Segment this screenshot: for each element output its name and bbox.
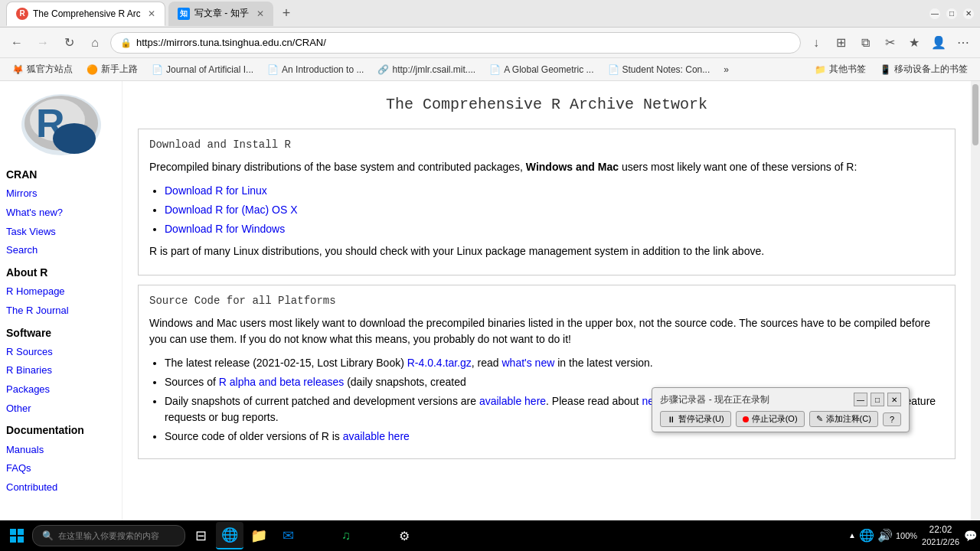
sidebar-cran-section: CRAN Mirrors What's new? Task Views Sear… <box>6 165 116 260</box>
whats-new-link[interactable]: what's new <box>501 357 554 369</box>
sidebar-task-views-link[interactable]: Task Views <box>6 223 116 242</box>
bookmark-huxin[interactable]: 🦊 狐官方站点 <box>6 61 79 77</box>
bookmark-student[interactable]: 📄 Student Notes: Con... <box>602 63 717 77</box>
new-tab-button[interactable]: + <box>276 5 297 21</box>
bookmark-xinshoushanglu[interactable]: 🟠 新手上路 <box>80 61 144 77</box>
explorer-icon: 📁 <box>250 527 267 544</box>
sidebar-other-link[interactable]: Other <box>6 399 116 419</box>
home-button[interactable]: ⌂ <box>84 32 106 54</box>
sidebar: R CRAN Mirrors What's new? Task Views Se… <box>0 81 122 528</box>
sidebar-r-sources-link[interactable]: R Sources <box>6 343 116 362</box>
taskbar-store[interactable]: 🛍 <box>303 522 331 545</box>
taskbar-explorer[interactable]: 📁 <box>245 522 273 545</box>
download-linux-link[interactable]: Download R for Linux <box>165 184 267 197</box>
mobile-bookmarks-label: 移动设备上的书签 <box>894 63 968 76</box>
section1-intro: Precompiled binary distributions of the … <box>149 159 944 175</box>
download-mac-link[interactable]: Download R for (Mac) OS X <box>165 204 298 216</box>
taskbar-spotify[interactable]: ♫ <box>332 522 360 545</box>
list-item-linux: Download R for Linux <box>165 183 944 199</box>
scrollbar-thumb[interactable] <box>972 84 978 145</box>
maximize-button[interactable]: □ <box>946 8 957 19</box>
pause-label: 暂停记录(U) <box>678 413 724 425</box>
sidebar-r-binaries-link[interactable]: R Binaries <box>6 361 116 380</box>
address-bar[interactable]: 🔒 <box>110 32 801 54</box>
download-windows-link[interactable]: Download R for Windows <box>165 223 285 235</box>
tab-zhihu[interactable]: 知 写文章 - 知乎 ✕ <box>168 2 273 26</box>
taskbar-photos[interactable]: 🖼 <box>361 522 389 545</box>
profile-button[interactable]: 👤 <box>928 32 949 54</box>
taskbar-mail[interactable]: ✉ <box>274 522 302 545</box>
reload-button[interactable]: ↻ <box>58 32 80 54</box>
network-icon[interactable]: 🌐 <box>859 528 874 543</box>
forward-button[interactable]: → <box>32 32 54 54</box>
tab1-close[interactable]: ✕ <box>148 8 155 19</box>
bookmark-journal[interactable]: 📄 Journal of Artificial I... <box>145 63 260 77</box>
dialog-pause-button[interactable]: ⏸ 暂停记录(U) <box>660 411 730 427</box>
dialog-close-button[interactable]: ✕ <box>887 393 901 406</box>
bookmark-introduction[interactable]: 📄 An Introduction to ... <box>261 63 370 77</box>
taskbar-search-box[interactable]: 🔍 在这里输入你要搜索的内容 <box>32 525 185 545</box>
dialog-minimize-button[interactable]: — <box>854 393 867 406</box>
bookmark-mobile[interactable]: 📱 移动设备上的书签 <box>874 61 974 77</box>
clock-display[interactable]: 22:02 2021/2/26 <box>922 524 959 545</box>
split-button[interactable]: ⧉ <box>854 32 876 54</box>
capture-button[interactable]: ✂ <box>879 32 900 54</box>
dialog-restore-button[interactable]: □ <box>871 393 884 406</box>
taskbar-settings[interactable]: ⚙ <box>390 522 418 545</box>
sidebar-r-journal-link[interactable]: The R Journal <box>6 302 116 321</box>
bullet1-prefix: The latest release (2021-02-15, Lost Lib… <box>165 357 407 369</box>
sidebar-r-homepage-link[interactable]: R Homepage <box>6 282 116 302</box>
taskbar-start-button[interactable] <box>3 522 31 545</box>
system-tray-icons: ▲ 🌐 🔊 100% <box>848 528 917 543</box>
sidebar-manuals-link[interactable]: Manuals <box>6 441 116 460</box>
section1-intro-text: Precompiled binary distributions of the … <box>149 161 526 173</box>
sidebar-faqs-link[interactable]: FAQs <box>6 459 116 478</box>
stop-icon <box>743 416 749 422</box>
mail-icon: ✉ <box>283 527 294 544</box>
section1-title: Download and Install R <box>149 137 944 153</box>
sidebar-packages-link[interactable]: Packages <box>6 380 116 399</box>
taskbar-task-view[interactable]: ⊟ <box>187 522 214 545</box>
alpha-beta-link[interactable]: R alpha and beta releases <box>219 376 344 388</box>
nav-action-buttons: ↓ ⊞ ⧉ ✂ ★ 👤 ⋯ <box>805 32 974 54</box>
settings-button[interactable]: ⋯ <box>952 32 974 54</box>
sidebar-mirrors-link[interactable]: Mirrors <box>6 184 116 204</box>
notification-icon[interactable]: 💬 <box>964 530 977 542</box>
dialog-titlebar: 步骤记录器 - 现在正在录制 — □ ✕ <box>660 393 901 406</box>
recorder-dialog: 步骤记录器 - 现在正在录制 — □ ✕ ⏸ 暂停记录(U) 停止记录(O) ✎ <box>652 387 910 432</box>
spotify-icon: ♫ <box>341 529 351 543</box>
dialog-help-button[interactable]: ? <box>883 412 901 426</box>
sidebar-contributed-link[interactable]: Contributed <box>6 478 116 497</box>
volume-icon[interactable]: 🔊 <box>877 528 893 543</box>
bookmark-geometric[interactable]: 📄 A Global Geometric ... <box>483 63 599 77</box>
older-versions-link[interactable]: available here <box>343 430 410 442</box>
task-view-icon: ⊟ <box>195 527 207 544</box>
bookmark-other[interactable]: 📁 其他书签 <box>808 61 872 77</box>
tab-cran[interactable]: R The Comprehensive R Archi... ✕ <box>6 2 165 26</box>
minimize-button[interactable]: — <box>929 8 940 19</box>
taskbar-browser-item[interactable]: 🌐 <box>216 522 243 545</box>
student-label: Student Notes: Con... <box>622 64 710 75</box>
bullet3-middle: . Please read about <box>546 395 642 407</box>
other-bookmarks-icon: 📁 <box>815 64 826 75</box>
tab1-favicon: R <box>16 8 28 20</box>
sidebar-search-link[interactable]: Search <box>6 241 116 260</box>
extensions-button[interactable]: ⊞ <box>830 32 851 54</box>
available-here-link[interactable]: available here <box>479 395 546 407</box>
huxin-icon: 🦊 <box>12 64 24 75</box>
close-button[interactable]: ✕ <box>963 8 974 19</box>
dialog-annotate-button[interactable]: ✎ 添加注释(C) <box>809 411 878 427</box>
scrollbar-track[interactable] <box>971 81 980 528</box>
sidebar-whats-new-link[interactable]: What's new? <box>6 204 116 223</box>
back-button[interactable]: ← <box>6 32 28 54</box>
dialog-stop-button[interactable]: 停止记录(O) <box>736 411 805 427</box>
bookmark-more[interactable]: » <box>717 63 735 77</box>
favorites-button[interactable]: ★ <box>903 32 925 54</box>
bookmark-jmlr[interactable]: 🔗 http://jmlr.csail.mit.... <box>371 63 482 77</box>
caret-icon[interactable]: ▲ <box>848 531 856 540</box>
tab2-close[interactable]: ✕ <box>256 8 264 19</box>
downloads-button[interactable]: ↓ <box>805 32 827 54</box>
r404-link[interactable]: R-4.0.4.tar.gz <box>407 357 472 369</box>
url-input[interactable] <box>136 37 791 48</box>
list-item-mac: Download R for (Mac) OS X <box>165 202 944 218</box>
